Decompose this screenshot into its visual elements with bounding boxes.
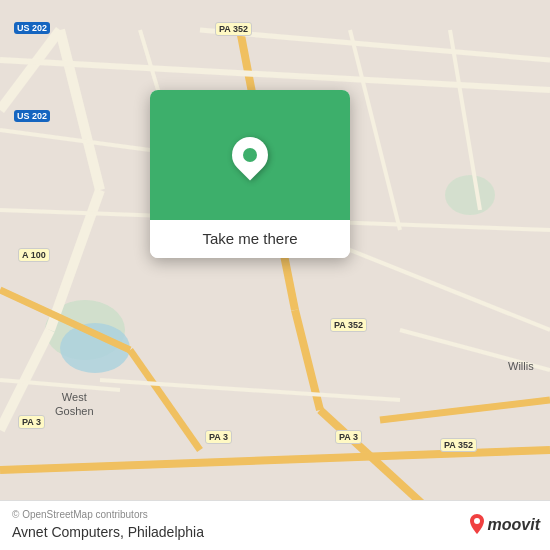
road-label-us202-left: US 202: [14, 110, 50, 122]
road-label-pa3-right: PA 3: [335, 430, 362, 444]
road-label-pa352-br: PA 352: [440, 438, 477, 452]
road-label-pa352-top: PA 352: [215, 22, 252, 36]
road-label-pa3-left: PA 3: [18, 415, 45, 429]
moovit-text: moovit: [488, 516, 540, 534]
popup-card: Take me there: [150, 90, 350, 258]
moovit-logo: moovit: [468, 514, 540, 536]
svg-point-3: [445, 175, 495, 215]
road-label-a100: A 100: [18, 248, 50, 262]
map-container: US 202 US 202 PA 352 PA 352 PA 352 A 100…: [0, 0, 550, 550]
place-label-west-goshen: WestGoshen: [55, 390, 94, 419]
place-info: Avnet Computers, Philadelphia: [12, 524, 538, 540]
take-me-there-button[interactable]: Take me there: [150, 220, 350, 258]
pin-icon: [225, 130, 276, 181]
map-svg: [0, 0, 550, 550]
road-label-us202-top: US 202: [14, 22, 50, 34]
location-pin: [232, 137, 268, 173]
popup-map-section: [150, 90, 350, 220]
attribution-text: © OpenStreetMap contributors: [12, 509, 538, 520]
road-label-pa352-mid: PA 352: [330, 318, 367, 332]
road-label-pa3-mid: PA 3: [205, 430, 232, 444]
pin-inner: [243, 148, 257, 162]
place-label-willis: Willis: [508, 360, 534, 372]
moovit-pin-icon: [468, 514, 486, 536]
svg-point-27: [474, 518, 480, 524]
